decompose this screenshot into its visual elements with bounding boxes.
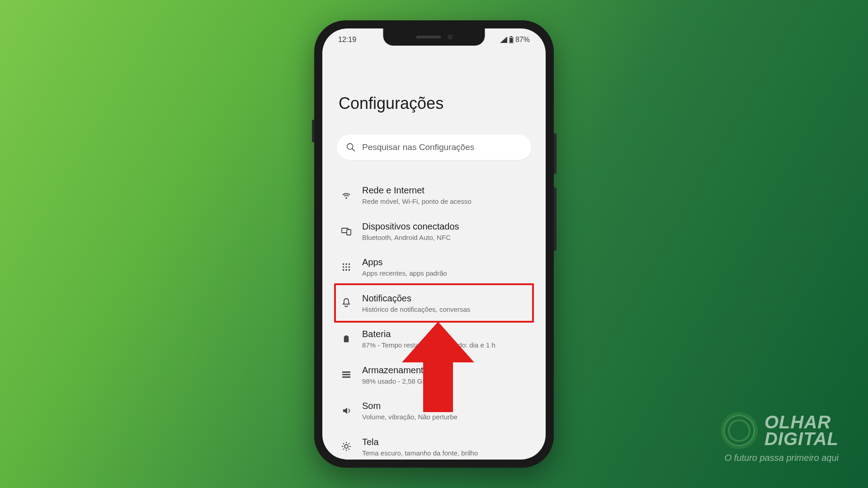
svg-line-4 bbox=[352, 149, 355, 151]
battery-icon bbox=[509, 36, 514, 43]
svg-rect-2 bbox=[509, 38, 513, 43]
svg-line-29 bbox=[349, 443, 349, 444]
svg-rect-19 bbox=[342, 374, 350, 375]
svg-point-7 bbox=[343, 263, 344, 265]
svg-rect-16 bbox=[345, 335, 348, 336]
svg-point-8 bbox=[345, 263, 347, 265]
svg-point-15 bbox=[349, 269, 350, 271]
display-icon bbox=[340, 441, 352, 452]
svg-line-27 bbox=[349, 449, 349, 450]
svg-point-21 bbox=[344, 445, 348, 448]
svg-point-14 bbox=[345, 269, 347, 271]
watermark-line2: DIGITAL bbox=[764, 431, 839, 447]
search-input[interactable]: Pesquisar nas Configurações bbox=[337, 135, 531, 160]
sound-icon bbox=[340, 405, 352, 417]
watermark-logo-icon bbox=[721, 412, 758, 449]
svg-point-11 bbox=[345, 266, 347, 268]
svg-point-13 bbox=[343, 269, 344, 271]
signal-icon bbox=[500, 37, 507, 43]
setting-subtitle: Histórico de notificações, conversas bbox=[362, 305, 528, 314]
watermark-tagline: O futuro passa primeiro aqui bbox=[725, 453, 839, 463]
setting-subtitle: 87% - Tempo restante aproximado: dia e 1… bbox=[362, 341, 528, 350]
setting-subtitle: 98% usado - 2,58 GB livre(s) bbox=[362, 377, 528, 386]
svg-rect-6 bbox=[347, 230, 351, 235]
setting-subtitle: Tema escuro, tamanho da fonte, brilho bbox=[362, 449, 528, 458]
svg-point-12 bbox=[349, 266, 350, 268]
battery-icon bbox=[340, 333, 352, 345]
setting-item-devices[interactable]: Dispositivos conectadosBluetooth, Androi… bbox=[337, 213, 531, 249]
status-battery: 87% bbox=[515, 36, 530, 44]
setting-item-display[interactable]: TelaTema escuro, tamanho da fonte, brilh… bbox=[337, 429, 531, 460]
svg-line-28 bbox=[343, 449, 344, 450]
wifi-icon bbox=[340, 189, 352, 201]
setting-title: Dispositivos conectados bbox=[362, 221, 528, 232]
setting-subtitle: Volume, vibração, Não perturbe bbox=[362, 413, 528, 422]
search-icon bbox=[346, 142, 356, 152]
setting-item-battery[interactable]: Bateria87% - Tempo restante aproximado: … bbox=[337, 321, 531, 357]
settings-list: Rede e InternetRede móvel, Wi-Fi, ponto … bbox=[337, 177, 531, 460]
setting-item-storage[interactable]: Armazenamento98% usado - 2,58 GB livre(s… bbox=[337, 357, 531, 393]
apps-icon bbox=[340, 261, 352, 273]
phone-screen: 12:19 87% Configurações P bbox=[322, 28, 546, 460]
status-time: 12:19 bbox=[338, 36, 356, 44]
svg-rect-18 bbox=[342, 371, 350, 373]
setting-item-wifi[interactable]: Rede e InternetRede móvel, Wi-Fi, ponto … bbox=[337, 177, 531, 213]
setting-title: Som bbox=[362, 400, 528, 412]
setting-title: Apps bbox=[362, 256, 528, 268]
watermark-line1: OLHAR bbox=[764, 414, 839, 431]
setting-subtitle: Rede móvel, Wi-Fi, ponto de acesso bbox=[362, 197, 528, 206]
setting-title: Armazenamento bbox=[362, 364, 528, 376]
svg-rect-17 bbox=[344, 336, 349, 343]
phone-notch bbox=[383, 28, 485, 46]
setting-subtitle: Bluetooth, Android Auto, NFC bbox=[362, 233, 528, 242]
devices-icon bbox=[340, 225, 352, 237]
svg-point-9 bbox=[349, 263, 350, 265]
setting-item-bell[interactable]: NotificaçõesHistórico de notificações, c… bbox=[337, 285, 531, 321]
bell-icon bbox=[340, 297, 352, 309]
svg-rect-20 bbox=[342, 376, 350, 378]
watermark: OLHAR DIGITAL O futuro passa primeiro aq… bbox=[721, 412, 839, 463]
setting-title: Bateria bbox=[362, 328, 528, 340]
setting-title: Tela bbox=[362, 436, 528, 448]
svg-point-10 bbox=[343, 266, 344, 268]
phone-frame: 12:19 87% Configurações P bbox=[314, 20, 554, 468]
page-title: Configurações bbox=[337, 94, 531, 113]
svg-line-26 bbox=[343, 443, 344, 444]
setting-title: Notificações bbox=[362, 292, 528, 304]
setting-item-apps[interactable]: AppsApps recentes, apps padrão bbox=[337, 249, 531, 285]
search-placeholder: Pesquisar nas Configurações bbox=[362, 142, 474, 152]
storage-icon bbox=[340, 369, 352, 380]
setting-title: Rede e Internet bbox=[362, 184, 528, 196]
setting-subtitle: Apps recentes, apps padrão bbox=[362, 269, 528, 278]
setting-item-sound[interactable]: SomVolume, vibração, Não perturbe bbox=[337, 393, 531, 429]
